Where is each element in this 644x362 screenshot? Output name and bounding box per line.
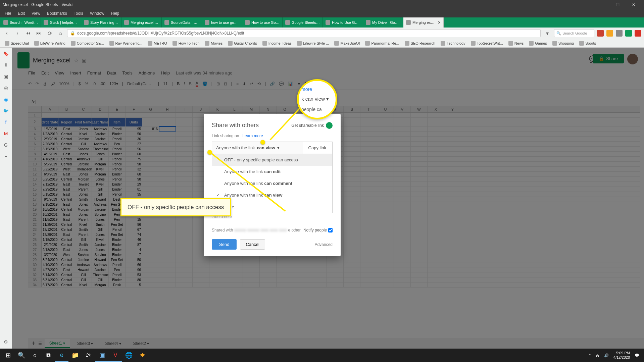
table-cell[interactable]: Thompson (92, 272, 109, 277)
table-cell[interactable]: Jones (75, 202, 92, 207)
table-cell[interactable]: Jones (75, 172, 92, 176)
clock[interactable]: 5:09 PM 4/12/2020 (613, 351, 630, 360)
row-number[interactable]: 11 (28, 167, 42, 171)
row-number[interactable]: 19 (28, 207, 42, 212)
table-cell[interactable]: Pen Set (109, 257, 126, 262)
sheets-menu-item[interactable]: File (28, 70, 35, 75)
row-number[interactable]: 2 (28, 118, 42, 126)
row-number[interactable]: 27 (28, 247, 42, 252)
table-cell[interactable]: 2/9/2019 (42, 137, 58, 141)
table-cell[interactable]: 4/1/2019 (42, 152, 58, 156)
decimal-decrease-icon[interactable]: .0 (92, 82, 96, 86)
table-cell[interactable]: Jardine (75, 257, 92, 262)
copy-link-button[interactable]: Copy link (302, 142, 333, 154)
table-cell[interactable]: 90 (126, 162, 142, 166)
table-cell[interactable]: 1/15/2020 (42, 237, 58, 242)
table-cell[interactable]: Smith (75, 197, 92, 202)
merge-icon[interactable]: ⊟ (224, 82, 227, 86)
add-sheet-button[interactable]: + (32, 340, 36, 347)
row-number[interactable]: 23 (28, 227, 42, 232)
row-number[interactable]: 33 (28, 277, 42, 282)
column-header[interactable]: K (209, 106, 226, 112)
bookmark-item[interactable]: Movies (203, 40, 225, 46)
menu-item[interactable]: Bookmarks (44, 11, 70, 16)
browser-tab[interactable]: How to Use Google She (323, 17, 363, 28)
table-cell[interactable]: Kivell (92, 237, 109, 242)
table-cell[interactable]: 66 (126, 262, 142, 267)
bold-icon[interactable]: B (177, 82, 180, 86)
panel-google-icon[interactable]: G (3, 142, 9, 148)
column-header[interactable]: T (360, 106, 377, 112)
table-cell[interactable]: Pen (109, 142, 126, 146)
row-number[interactable]: 28 (28, 252, 42, 257)
sheets-menu-item[interactable]: Help (161, 70, 170, 75)
table-cell[interactable]: 35 (126, 192, 142, 197)
table-cell[interactable]: Pen (109, 217, 126, 222)
address-bar[interactable]: 🔒 docs.google.com/spreadsheets/d/1JODHXU… (67, 29, 541, 37)
table-cell[interactable]: 3/15/2019 (42, 147, 58, 151)
table-cell[interactable]: Jones (75, 212, 92, 217)
bookmark-item[interactable]: TopSecretWrit... (469, 40, 505, 46)
table-cell[interactable]: Binder (109, 277, 126, 282)
browser-tab[interactable]: Merging excel - Google× (403, 17, 444, 28)
table-cell[interactable]: Central (58, 197, 75, 202)
table-cell[interactable]: East (58, 202, 75, 207)
table-cell[interactable]: 36 (126, 137, 142, 141)
column-header[interactable]: D (92, 106, 109, 112)
format-more-icon[interactable]: 123▾ (109, 82, 118, 86)
sheets-menu-item[interactable]: Add-ons (139, 70, 155, 75)
table-cell[interactable]: 6/17/2020 (42, 282, 58, 287)
last-edit-link[interactable]: Last edit was 34 minutes ago (176, 70, 232, 75)
notify-checkbox[interactable] (328, 228, 333, 232)
table-cell[interactable]: Binder (109, 252, 126, 257)
table-cell[interactable]: Jones (92, 177, 109, 182)
table-cell[interactable]: Jardine (75, 137, 92, 141)
bookmark-item[interactable]: Games (527, 40, 549, 46)
table-cell[interactable]: Gill (92, 192, 109, 197)
maximize-button[interactable]: ❐ (610, 0, 625, 9)
back-button[interactable]: ‹ (3, 29, 11, 37)
sheet-tab[interactable]: Sheet2 ▾ (129, 340, 154, 348)
table-cell[interactable]: Kivell (75, 132, 92, 136)
table-cell[interactable]: 96 (126, 222, 142, 227)
decimal-increase-icon[interactable]: .00 (100, 82, 105, 86)
row-number[interactable]: 25 (28, 237, 42, 242)
table-cell[interactable]: Central (58, 262, 75, 267)
table-cell[interactable]: Central (58, 162, 75, 166)
table-cell[interactable]: Binder (109, 182, 126, 187)
table-cell[interactable]: 56 (126, 147, 142, 151)
table-cell[interactable]: Desk (109, 282, 126, 287)
table-cell[interactable]: Morgan (75, 177, 92, 182)
table-cell[interactable]: Kivell (75, 282, 92, 287)
filter-icon[interactable]: ▼ (297, 82, 301, 86)
panel-twitter-icon[interactable]: 🐦 (3, 107, 9, 114)
table-cell[interactable]: 7/12/2019 (42, 182, 58, 187)
bookmark-item[interactable]: Guitar Chords (226, 40, 259, 46)
row-number[interactable]: 6 (28, 142, 42, 146)
table-cell[interactable]: Central (58, 207, 75, 212)
table-cell[interactable]: 12/29/2019 (42, 232, 58, 237)
valign-icon[interactable]: ⬍ (243, 82, 246, 86)
table-cell[interactable]: Pencil (109, 162, 126, 166)
extension-icon[interactable] (625, 30, 632, 37)
edge-icon[interactable]: e (55, 349, 68, 362)
column-header[interactable]: B (58, 106, 75, 112)
bookmark-item[interactable]: SEO Research (403, 40, 437, 46)
comment-icon[interactable]: 💬 (279, 82, 284, 86)
panel-downloads-icon[interactable]: ⬇ (3, 62, 9, 68)
table-cell[interactable]: 2/1/2020 (42, 242, 58, 247)
table-cell[interactable]: Jardine (92, 242, 109, 247)
row-number[interactable]: 22 (28, 222, 42, 227)
bookmark-item[interactable]: Lifewire Style ... (295, 40, 331, 46)
table-cell[interactable]: East (58, 172, 75, 176)
column-header[interactable]: F (126, 106, 142, 112)
table-cell[interactable]: East (58, 126, 75, 131)
table-cell[interactable]: 80 (126, 277, 142, 282)
table-cell[interactable]: 9/1/2019 (42, 197, 58, 202)
table-cell[interactable]: Gill (92, 277, 109, 282)
bookmark-item[interactable]: Income_Ideas (260, 40, 294, 46)
table-cell[interactable]: Jones (75, 152, 92, 156)
table-cell[interactable]: Howard (75, 267, 92, 272)
extension-icon[interactable] (616, 30, 623, 37)
move-icon[interactable]: ▣ (82, 58, 86, 63)
